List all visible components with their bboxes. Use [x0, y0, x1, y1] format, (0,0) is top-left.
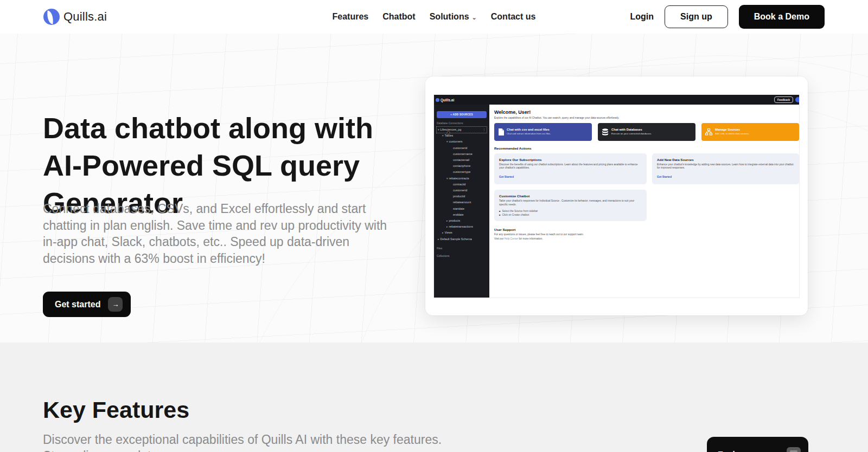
dashboard-brand: Quills.ai — [437, 98, 454, 102]
quills-logo-icon — [436, 98, 439, 102]
recommended-actions-grid: Explore Our Subscriptions Discover the b… — [494, 153, 799, 221]
chat-databases-card[interactable]: Chat with Databases Execute on your conn… — [598, 123, 695, 141]
bullet-icon: ■ — [499, 209, 500, 213]
tree-item-column[interactable]: enddate — [437, 212, 487, 218]
chat-icon — [787, 447, 801, 452]
tree-item-column[interactable]: customerid — [437, 145, 487, 151]
chat-csv-card[interactable]: Chat with csv and excel files Chat and e… — [494, 123, 592, 141]
chevron-down-icon: ▾ — [446, 139, 448, 145]
tree-item-column[interactable]: startdate — [437, 206, 487, 212]
database-icon — [602, 128, 609, 135]
subscriptions-card: Explore Our Subscriptions Discover the b… — [494, 153, 647, 185]
sitemap-icon — [705, 128, 712, 135]
get-started-link[interactable]: Get Started — [657, 175, 672, 178]
collections-label: Collections — [437, 255, 487, 257]
dashboard-screenshot: Quills.ai Feedback + ADD SOURCES Databas… — [434, 95, 799, 298]
welcome-subtitle: Explore the capabilities of our AI Chatb… — [494, 117, 799, 119]
dashboard-sidebar: + ADD SOURCES Database Connections ▾ Lif… — [434, 105, 489, 298]
brand-name: Quills.ai — [63, 10, 107, 24]
dashboard-topbar: Quills.ai Feedback — [434, 95, 799, 105]
chevron-down-icon: ▾ — [438, 127, 439, 133]
help-center-link[interactable]: Help Center — [505, 237, 519, 240]
tree-item-column[interactable]: rebateamount — [437, 199, 487, 205]
dashboard-body: + ADD SOURCES Database Connections ▾ Lif… — [434, 105, 799, 298]
kebab-menu-icon[interactable]: ⋮ — [483, 127, 486, 133]
get-started-button[interactable]: Get started → — [43, 292, 131, 317]
tree-item-connection[interactable]: ▾ Lifesciences_pg ⋮ — [437, 127, 487, 133]
product-screenshot-card: Quills.ai Feedback + ADD SOURCES Databas… — [425, 76, 808, 315]
chevron-down-icon: ▾ — [446, 176, 448, 182]
hero-description: Connect databases, CSVs, and Excel effor… — [43, 201, 387, 267]
user-support-section: User Support For any questions or issues… — [494, 228, 799, 240]
tree-item-column[interactable]: contractid — [437, 182, 487, 188]
nav-auth-area: Login Sign up Book a Demo — [630, 5, 825, 29]
tree-item-column[interactable]: productid — [437, 193, 487, 199]
chat-widget-button[interactable]: Explore — [707, 437, 808, 452]
chevron-down-icon: ▾ — [442, 133, 444, 139]
tree-item-column[interactable]: customertype — [437, 169, 487, 175]
help-center-line: Visit our Help Center for more informati… — [494, 237, 799, 240]
login-link[interactable]: Login — [630, 12, 654, 22]
key-features-section: Key Features Discover the exceptional ca… — [0, 343, 868, 452]
chevron-right-icon: ▸ — [446, 224, 448, 230]
db-connections-label: Database Connections — [437, 122, 487, 125]
nav-link-features[interactable]: Features — [333, 12, 369, 22]
dashboard-main: Welcome, User! Explore the capabilities … — [489, 105, 799, 298]
tree-item-default-schema[interactable]: ▸Default Sample Schema — [437, 236, 487, 242]
get-started-link[interactable]: Get Started — [499, 175, 514, 178]
brand-logo[interactable]: Quills.ai — [43, 9, 107, 25]
tree-item-table[interactable]: ▾customers — [437, 139, 487, 145]
tree-item-column[interactable]: contactphone — [437, 163, 487, 169]
user-avatar[interactable] — [795, 97, 799, 102]
manage-sources-card[interactable]: Manage Sources Add, edit, or delete data… — [701, 123, 799, 141]
chevron-down-icon: ⌄ — [472, 14, 477, 21]
book-demo-button[interactable]: Book a Demo — [739, 5, 825, 29]
tree-item-tables[interactable]: ▾Tables — [437, 133, 487, 139]
list-item: ■Select the Source from sidebar — [499, 209, 642, 213]
customize-chatbot-card: Customize Chatbot Tailor your chatbot's … — [494, 190, 647, 221]
feedback-button[interactable]: Feedback — [774, 96, 793, 103]
key-features-description: Discover the exceptional capabilities of… — [43, 431, 499, 452]
quills-logo-icon — [43, 9, 60, 25]
key-features-title: Key Features — [43, 397, 189, 423]
hero-section: Data chatbot along with AI-Powered SQL q… — [0, 34, 868, 343]
chevron-right-icon: ▸ — [438, 236, 439, 242]
tree-item-table[interactable]: ▾rebatecontracts — [437, 176, 487, 182]
file-icon — [498, 128, 504, 135]
chevron-right-icon: ▸ — [446, 218, 448, 224]
signup-button[interactable]: Sign up — [665, 5, 728, 28]
tree-item-column[interactable]: contactemail — [437, 157, 487, 163]
arrow-right-icon: → — [108, 297, 123, 312]
tree-item-table[interactable]: ▸rebatetransactions — [437, 224, 487, 230]
top-navbar: Quills.ai Features Chatbot Solutions ⌄ C… — [0, 0, 868, 34]
files-label: Files — [437, 247, 487, 250]
customize-steps: ■Select the Source from sidebar ■Click o… — [499, 209, 642, 217]
tree-item-column[interactable]: customerid — [437, 188, 487, 193]
nav-link-solutions[interactable]: Solutions ⌄ — [430, 12, 477, 22]
main-nav: Features Chatbot Solutions ⌄ Contact us — [333, 12, 536, 22]
list-item: ■Click on Create chatbot — [499, 213, 642, 217]
quick-action-cards: Chat with csv and excel files Chat and e… — [494, 123, 799, 141]
nav-link-chatbot[interactable]: Chatbot — [382, 12, 415, 22]
tree-item-column[interactable]: customername — [437, 151, 487, 157]
add-data-sources-card: Add New Data Sources Enhance your chatbo… — [652, 153, 799, 185]
add-sources-button[interactable]: + ADD SOURCES — [437, 111, 487, 118]
chevron-right-icon: ▸ — [442, 230, 444, 236]
nav-link-contact[interactable]: Contact us — [491, 12, 536, 22]
schema-tree: ▾ Lifesciences_pg ⋮ ▾Tables ▾customers c… — [437, 127, 487, 242]
recommended-actions-heading: Recommended Actions — [494, 146, 799, 150]
tree-item-table[interactable]: ▸products — [437, 218, 487, 224]
welcome-heading: Welcome, User! — [494, 109, 799, 115]
tree-item-views[interactable]: ▸Views — [437, 230, 487, 236]
bullet-icon: ■ — [499, 213, 500, 217]
